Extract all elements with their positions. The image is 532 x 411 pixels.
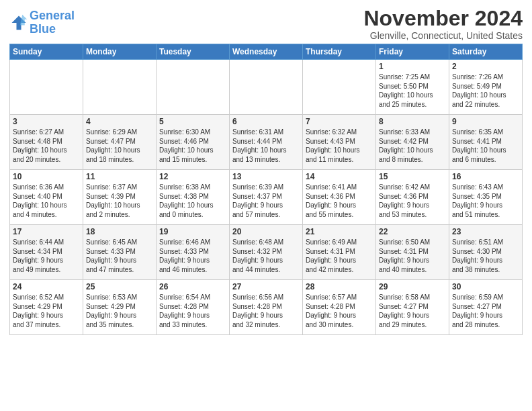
- calendar-cell: 11Sunrise: 6:37 AM Sunset: 4:39 PM Dayli…: [83, 170, 157, 225]
- calendar-cell: 17Sunrise: 6:44 AM Sunset: 4:34 PM Dayli…: [10, 225, 83, 280]
- calendar-cell: 10Sunrise: 6:36 AM Sunset: 4:40 PM Dayli…: [10, 170, 83, 225]
- calendar-cell: 25Sunrise: 6:53 AM Sunset: 4:29 PM Dayli…: [83, 280, 157, 335]
- day-number: 10: [13, 172, 80, 181]
- calendar-cell: 20Sunrise: 6:48 AM Sunset: 4:32 PM Dayli…: [230, 225, 303, 280]
- day-info: Sunrise: 6:29 AM Sunset: 4:47 PM Dayligh…: [86, 128, 153, 164]
- calendar-cell: 2Sunrise: 7:26 AM Sunset: 5:49 PM Daylig…: [449, 60, 523, 115]
- day-info: Sunrise: 6:54 AM Sunset: 4:28 PM Dayligh…: [159, 293, 226, 329]
- day-number: 27: [232, 282, 300, 291]
- calendar-cell: 21Sunrise: 6:49 AM Sunset: 4:31 PM Dayli…: [303, 225, 376, 280]
- calendar-cell: 12Sunrise: 6:38 AM Sunset: 4:38 PM Dayli…: [157, 170, 230, 225]
- calendar-cell: 9Sunrise: 6:35 AM Sunset: 4:41 PM Daylig…: [449, 115, 523, 170]
- calendar-cell: 18Sunrise: 6:45 AM Sunset: 4:33 PM Dayli…: [83, 225, 157, 280]
- calendar-cell: [157, 60, 230, 115]
- day-number: 17: [13, 227, 80, 236]
- day-info: Sunrise: 6:39 AM Sunset: 4:37 PM Dayligh…: [232, 183, 300, 219]
- day-number: 21: [306, 227, 373, 236]
- location: Glenville, Connecticut, United States: [363, 30, 523, 41]
- day-number: 3: [13, 117, 80, 126]
- month-title: November 2024: [363, 7, 523, 30]
- day-info: Sunrise: 6:57 AM Sunset: 4:28 PM Dayligh…: [306, 293, 373, 329]
- day-info: Sunrise: 7:26 AM Sunset: 5:49 PM Dayligh…: [452, 73, 519, 109]
- day-number: 13: [232, 172, 300, 181]
- day-number: 6: [232, 117, 300, 126]
- day-number: 26: [159, 282, 226, 291]
- calendar-cell: 24Sunrise: 6:52 AM Sunset: 4:29 PM Dayli…: [10, 280, 83, 335]
- day-header-wednesday: Wednesday: [230, 44, 303, 60]
- day-number: 24: [13, 282, 80, 291]
- day-number: 22: [379, 227, 446, 236]
- day-info: Sunrise: 6:30 AM Sunset: 4:46 PM Dayligh…: [159, 128, 226, 164]
- calendar-cell: 28Sunrise: 6:57 AM Sunset: 4:28 PM Dayli…: [303, 280, 376, 335]
- day-number: 15: [379, 172, 446, 181]
- day-number: 4: [86, 117, 153, 126]
- day-number: 18: [86, 227, 153, 236]
- day-info: Sunrise: 6:33 AM Sunset: 4:42 PM Dayligh…: [379, 128, 446, 164]
- day-info: Sunrise: 6:37 AM Sunset: 4:39 PM Dayligh…: [86, 183, 153, 219]
- day-info: Sunrise: 6:46 AM Sunset: 4:33 PM Dayligh…: [159, 238, 226, 274]
- calendar-week-0: 1Sunrise: 7:25 AM Sunset: 5:50 PM Daylig…: [10, 60, 523, 115]
- calendar-cell: 22Sunrise: 6:50 AM Sunset: 4:31 PM Dayli…: [376, 225, 449, 280]
- day-info: Sunrise: 6:45 AM Sunset: 4:33 PM Dayligh…: [86, 238, 153, 274]
- logo: General Blue: [9, 9, 75, 36]
- calendar-week-2: 10Sunrise: 6:36 AM Sunset: 4:40 PM Dayli…: [10, 170, 523, 225]
- day-header-monday: Monday: [83, 44, 157, 60]
- day-number: 23: [452, 227, 519, 236]
- day-info: Sunrise: 6:36 AM Sunset: 4:40 PM Dayligh…: [13, 183, 80, 219]
- calendar-cell: 29Sunrise: 6:58 AM Sunset: 4:27 PM Dayli…: [376, 280, 449, 335]
- day-info: Sunrise: 6:48 AM Sunset: 4:32 PM Dayligh…: [232, 238, 300, 274]
- day-header-sunday: Sunday: [10, 44, 83, 60]
- day-number: 25: [86, 282, 153, 291]
- day-header-thursday: Thursday: [303, 44, 376, 60]
- calendar-cell: 19Sunrise: 6:46 AM Sunset: 4:33 PM Dayli…: [157, 225, 230, 280]
- calendar-cell: 26Sunrise: 6:54 AM Sunset: 4:28 PM Dayli…: [157, 280, 230, 335]
- logo-text: General Blue: [30, 9, 75, 36]
- calendar-cell: 3Sunrise: 6:27 AM Sunset: 4:48 PM Daylig…: [10, 115, 83, 170]
- day-number: 19: [159, 227, 226, 236]
- calendar-cell: 23Sunrise: 6:51 AM Sunset: 4:30 PM Dayli…: [449, 225, 523, 280]
- day-number: 8: [379, 117, 446, 126]
- calendar-table: SundayMondayTuesdayWednesdayThursdayFrid…: [9, 44, 523, 335]
- day-info: Sunrise: 6:35 AM Sunset: 4:41 PM Dayligh…: [452, 128, 519, 164]
- day-number: 11: [86, 172, 153, 181]
- day-info: Sunrise: 6:52 AM Sunset: 4:29 PM Dayligh…: [13, 293, 80, 329]
- day-info: Sunrise: 6:38 AM Sunset: 4:38 PM Dayligh…: [159, 183, 226, 219]
- calendar-cell: [303, 60, 376, 115]
- day-number: 28: [306, 282, 373, 291]
- calendar-header-row: SundayMondayTuesdayWednesdayThursdayFrid…: [10, 44, 523, 60]
- calendar-cell: 1Sunrise: 7:25 AM Sunset: 5:50 PM Daylig…: [376, 60, 449, 115]
- day-header-tuesday: Tuesday: [157, 44, 230, 60]
- calendar-cell: 16Sunrise: 6:43 AM Sunset: 4:35 PM Dayli…: [449, 170, 523, 225]
- logo-icon: [9, 13, 28, 32]
- day-info: Sunrise: 6:59 AM Sunset: 4:27 PM Dayligh…: [452, 293, 519, 329]
- day-info: Sunrise: 6:32 AM Sunset: 4:43 PM Dayligh…: [306, 128, 373, 164]
- calendar-cell: 4Sunrise: 6:29 AM Sunset: 4:47 PM Daylig…: [83, 115, 157, 170]
- title-block: November 2024 Glenville, Connecticut, Un…: [363, 7, 523, 41]
- calendar-cell: 6Sunrise: 6:31 AM Sunset: 4:44 PM Daylig…: [230, 115, 303, 170]
- day-number: 29: [379, 282, 446, 291]
- day-info: Sunrise: 6:49 AM Sunset: 4:31 PM Dayligh…: [306, 238, 373, 274]
- day-header-friday: Friday: [376, 44, 449, 60]
- calendar-cell: [230, 60, 303, 115]
- day-number: 14: [306, 172, 373, 181]
- day-header-saturday: Saturday: [449, 44, 523, 60]
- day-number: 5: [159, 117, 226, 126]
- calendar-cell: 14Sunrise: 6:41 AM Sunset: 4:36 PM Dayli…: [303, 170, 376, 225]
- calendar-week-3: 17Sunrise: 6:44 AM Sunset: 4:34 PM Dayli…: [10, 225, 523, 280]
- day-info: Sunrise: 6:56 AM Sunset: 4:28 PM Dayligh…: [232, 293, 300, 329]
- calendar-cell: 7Sunrise: 6:32 AM Sunset: 4:43 PM Daylig…: [303, 115, 376, 170]
- calendar-cell: 27Sunrise: 6:56 AM Sunset: 4:28 PM Dayli…: [230, 280, 303, 335]
- calendar-cell: 8Sunrise: 6:33 AM Sunset: 4:42 PM Daylig…: [376, 115, 449, 170]
- day-info: Sunrise: 6:27 AM Sunset: 4:48 PM Dayligh…: [13, 128, 80, 164]
- day-number: 20: [232, 227, 300, 236]
- day-info: Sunrise: 6:50 AM Sunset: 4:31 PM Dayligh…: [379, 238, 446, 274]
- header: General Blue November 2024 Glenville, Co…: [9, 7, 523, 41]
- day-info: Sunrise: 6:42 AM Sunset: 4:36 PM Dayligh…: [379, 183, 446, 219]
- day-info: Sunrise: 6:43 AM Sunset: 4:35 PM Dayligh…: [452, 183, 519, 219]
- day-number: 7: [306, 117, 373, 126]
- calendar-cell: 5Sunrise: 6:30 AM Sunset: 4:46 PM Daylig…: [157, 115, 230, 170]
- day-number: 30: [452, 282, 519, 291]
- day-info: Sunrise: 6:41 AM Sunset: 4:36 PM Dayligh…: [306, 183, 373, 219]
- day-info: Sunrise: 7:25 AM Sunset: 5:50 PM Dayligh…: [379, 73, 446, 109]
- calendar-cell: 15Sunrise: 6:42 AM Sunset: 4:36 PM Dayli…: [376, 170, 449, 225]
